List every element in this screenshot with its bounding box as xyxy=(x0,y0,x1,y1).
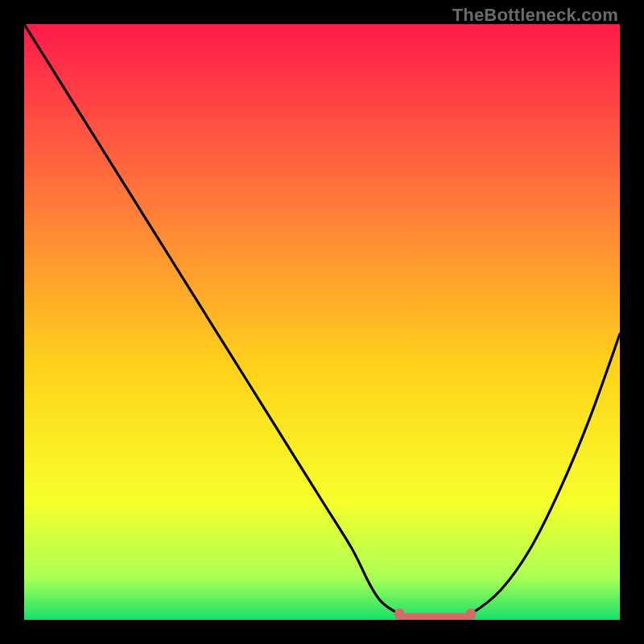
bottleneck-chart xyxy=(24,24,620,620)
flat-marker-left xyxy=(394,609,405,619)
attribution-text: TheBottleneck.com xyxy=(452,5,618,26)
chart-background-gradient xyxy=(24,24,620,620)
flat-marker-right xyxy=(466,609,477,619)
chart-frame xyxy=(24,24,620,620)
